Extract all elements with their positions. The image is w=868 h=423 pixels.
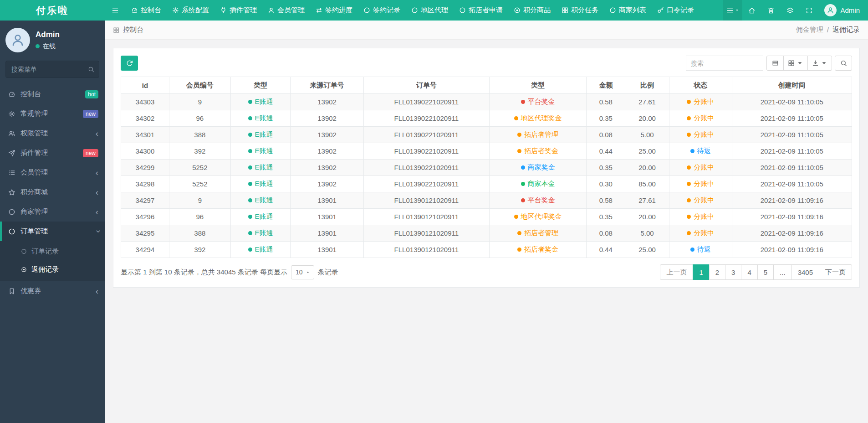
navbar-avatar [824,4,837,16]
page-size-select[interactable]: 10 [291,265,314,279]
expand-button[interactable] [800,0,819,21]
page-button[interactable]: 下一页 [819,264,852,280]
page-button[interactable]: ... [773,264,792,280]
page-button[interactable]: 1 [693,264,709,280]
sidebar-subitem[interactable]: 返佣记录 [0,260,105,279]
navbar-item[interactable]: 签约进度 [310,0,358,21]
navbar-item[interactable]: 会员管理 [262,0,310,21]
table-cell: 0.08 [587,127,625,143]
sidebar-item[interactable]: 商家管理‹ [0,202,105,222]
table-cell: 0.44 [587,143,625,160]
sidebar-subitem[interactable]: 订单记录 [0,242,105,260]
navbar-item[interactable]: 积分任务 [556,0,604,21]
table-cell: 13902 [291,176,364,192]
th-icon [562,7,568,14]
table-cell: E账通 [230,209,291,225]
navbar-item[interactable]: 地区代理 [406,0,454,21]
status-dot-icon [517,149,521,153]
main-area: 控制台 佣金管理 / 返佣记录 [105,0,868,296]
table-cell: 34301 [121,127,169,143]
table-cell: 13901 [291,209,364,225]
cell-text: 分账中 [694,114,714,122]
person-icon [827,6,834,14]
sidebar-item[interactable]: 权限管理‹ [0,124,105,143]
page-button[interactable]: 3405 [791,264,819,280]
refresh-icon [126,60,133,67]
navbar-right: Admin [723,0,868,21]
breadcrumb-title: 控制台 [123,26,143,34]
table-row: 34294392E账通13901FLL01390121020911拓店者奖金0.… [121,242,852,258]
table-cell: 分账中 [669,160,732,176]
cell-text: 分账中 [694,229,714,237]
sidebar-item[interactable]: 控制台hot [0,84,105,104]
navbar-item-label: 签约记录 [373,6,400,15]
refresh-button[interactable] [121,56,138,71]
navbar-item[interactable]: 积分商品 [508,0,556,21]
table-cell: 20.00 [625,160,669,176]
sidebar-item[interactable]: 常规管理new [0,104,105,124]
sidebar-item[interactable]: 插件管理new [0,143,105,163]
navbar-item[interactable]: 签约记录 [358,0,406,21]
page-button[interactable]: 5 [757,264,774,280]
page-button[interactable]: 4 [741,264,757,280]
cell-text: 待返 [697,147,711,155]
chevron-left-icon: ‹ [96,129,98,138]
table-cell: 0.58 [587,192,625,209]
table-cell: 平台奖金 [489,94,586,110]
search-button[interactable] [835,56,852,71]
layers-button[interactable] [781,0,800,21]
th-large-icon [113,27,119,33]
sidebar-item[interactable]: 优惠券‹ [0,281,105,301]
breadcrumb-right: 佣金管理 / 返佣记录 [796,26,860,34]
th-icon [788,60,795,67]
th-button[interactable] [783,56,808,71]
status-dot-icon [521,182,525,186]
navbar-user[interactable]: Admin [819,0,863,21]
trash-button[interactable] [761,0,781,21]
table-cell: 13902 [291,127,364,143]
navbar-item[interactable]: 口令记录 [652,0,700,21]
home-button[interactable] [742,0,761,21]
table-cell: FLL01390121020911 [363,225,489,242]
status-dot-icon [517,133,521,137]
page-button[interactable]: 3 [725,264,741,280]
cell-text: 平台奖金 [528,98,555,105]
table-cell: 34303 [121,94,169,110]
navbar-item[interactable]: 拓店者申请 [454,0,508,21]
navbar-item[interactable]: 系统配置 [167,0,214,21]
status-dot-icon [517,231,521,235]
cell-text: E账通 [255,229,273,237]
page-button[interactable]: 2 [709,264,725,280]
navbar-item[interactable]: 控制台 [126,0,167,21]
sidebar-item[interactable]: 积分商城‹ [0,182,105,202]
sidebar-search-input[interactable] [5,61,99,78]
sidebar-item[interactable]: 会员管理‹ [0,163,105,182]
table-cell: 13902 [291,94,364,110]
table-cell: 分账中 [669,127,732,143]
table-cell: 27.61 [625,94,669,110]
navbar-item-label: 控制台 [141,6,161,15]
table-cell: 34299 [121,160,169,176]
navbar-item[interactable]: 插件管理 [214,0,262,21]
sidebar-item[interactable]: 订单管理‹ [0,222,105,241]
sidebar-toggle-button[interactable] [105,0,126,21]
table-row: 3429696E账通13901FLL01390121020911地区代理奖金0.… [121,209,852,225]
page-button[interactable]: 上一页 [660,264,693,280]
table-cell: FLL01390121020911 [363,192,489,209]
table-cell: 0.35 [587,160,625,176]
menu-button[interactable] [723,0,742,21]
status-dot-icon [248,165,252,170]
table-button[interactable] [766,56,784,71]
table-row: 34301388E账通13902FLL01390221020911拓店者管理0.… [121,127,852,143]
navbar-item-label: 商家列表 [619,6,646,15]
table-toolbar [121,56,852,71]
status-dot-icon [248,215,252,219]
breadcrumb-section[interactable]: 佣金管理 [796,26,823,34]
table-search-input[interactable] [686,56,763,71]
download-button[interactable] [807,56,832,71]
sidebar-item-label: 订单管理 [20,227,48,236]
navbar-item[interactable]: 商家列表 [604,0,652,21]
sidebar-item-label: 常规管理 [20,109,48,118]
table-cell: 85.00 [625,176,669,192]
profile-status: 在线 [36,42,60,51]
